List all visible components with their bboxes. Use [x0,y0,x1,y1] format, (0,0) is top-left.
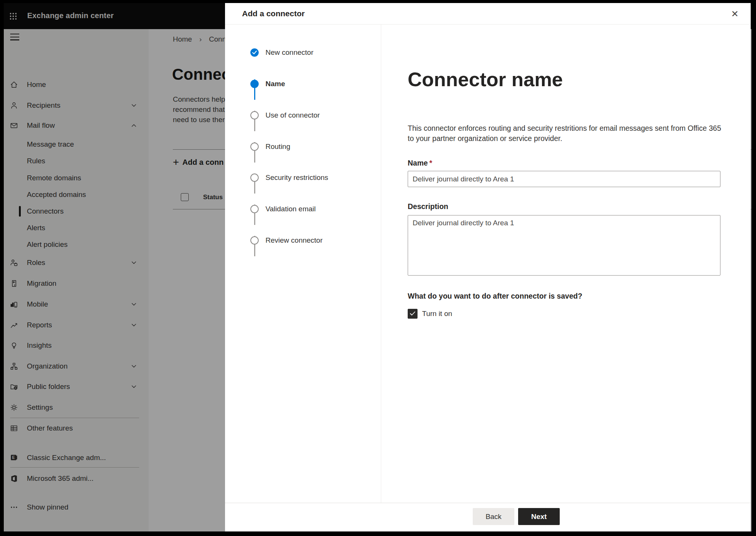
step-routing[interactable]: Routing [225,141,381,152]
step-todo-icon [250,205,259,213]
name-field-label: Name* [408,159,432,167]
step-todo-icon [250,143,259,151]
screen-frame: Exchange admin center Home Recipients Ma… [0,0,756,536]
connector-description-textarea[interactable]: Deliver journal directly to Area 1 [408,215,720,276]
step-validation-email[interactable]: Validation email [225,203,381,215]
after-save-question: What do you want to do after connector i… [408,292,582,301]
turn-it-on-label: Turn it on [422,310,452,318]
step-todo-icon [250,174,259,182]
checkbox-checked-icon[interactable] [408,309,418,319]
wizard-steps: New connector Name Use of connector Rout… [225,25,381,503]
close-icon[interactable]: ✕ [729,8,741,20]
add-connector-dialog: Add a connector ✕ New connector Name [225,3,751,531]
step-complete-icon [250,48,259,57]
dialog-footer: Back Next [225,503,751,531]
step-todo-icon [250,111,259,119]
step-use-of-connector[interactable]: Use of connector [225,110,381,121]
step-new-connector[interactable]: New connector [225,47,381,58]
description-field-label: Description [408,202,448,211]
dialog-content: Connector name This connector enforces r… [381,25,751,503]
step-todo-icon [250,236,259,245]
step-review-connector[interactable]: Review connector [225,235,381,246]
step-active-icon [250,80,259,88]
exchange-admin-center-app: Exchange admin center Home Recipients Ma… [4,3,751,531]
connector-name-input[interactable] [408,171,720,187]
step-name[interactable]: Name [225,78,381,90]
next-button[interactable]: Next [518,508,560,525]
required-marker: * [429,159,432,167]
turn-it-on-checkbox-row[interactable]: Turn it on [408,308,452,319]
step-security-restrictions[interactable]: Security restrictions [225,172,381,183]
dialog-title: Add a connector [242,9,305,18]
back-button[interactable]: Back [473,508,514,525]
dialog-header: Add a connector ✕ [225,3,751,25]
step-intro-text: This connector enforces routing and secu… [408,123,721,143]
step-heading: Connector name [408,68,563,91]
